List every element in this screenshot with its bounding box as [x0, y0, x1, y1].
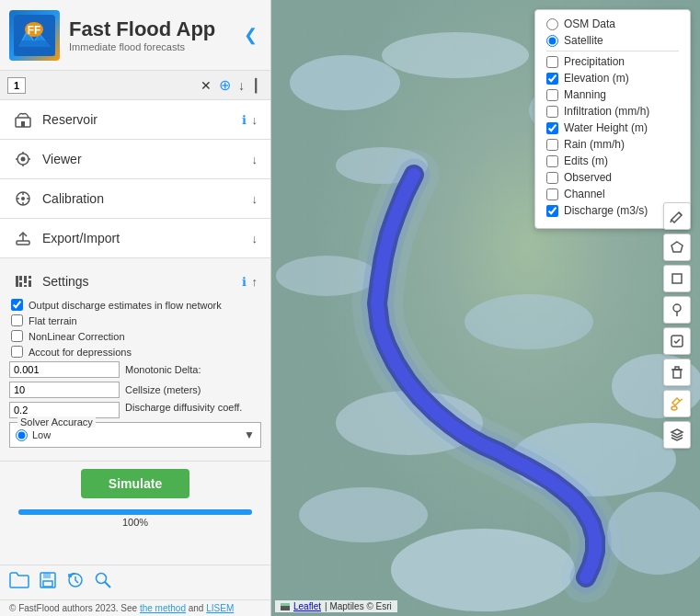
folder-icon[interactable] — [9, 572, 29, 593]
rain-row: Rain (mm/h) — [546, 138, 679, 151]
edits-checkbox[interactable] — [546, 155, 558, 167]
app-logo: FF — [9, 10, 60, 61]
app-title: Fast Flood App — [69, 17, 240, 41]
manning-checkbox[interactable] — [546, 89, 558, 101]
svg-rect-28 — [29, 280, 31, 287]
flat-terrain-checkbox[interactable] — [11, 314, 23, 326]
solver-row: Low ▼ — [16, 428, 255, 441]
svg-point-70 — [465, 294, 593, 349]
nav-item-viewer[interactable]: Viewer ↓ — [0, 140, 270, 179]
footer-bar: © FastFlood authors 2023. See the method… — [0, 599, 270, 616]
monotonic-delta-input[interactable]: 0.001 — [9, 361, 120, 378]
paint-tool-button[interactable] — [663, 390, 691, 417]
channel-row: Channel — [546, 188, 679, 200]
pentagon-tool-button[interactable] — [663, 234, 691, 261]
progress-label: 100% — [18, 517, 252, 528]
app-title-block: Fast Flood App Immediate flood forecasts — [69, 17, 240, 52]
reservoir-label: Reservoir — [42, 112, 242, 127]
scroll-handle-button[interactable]: ┃ — [248, 76, 263, 95]
flat-terrain-label: Flat terrain — [29, 315, 77, 326]
svg-point-33 — [97, 574, 107, 584]
nav-item-calibration[interactable]: Calibration ↓ — [0, 179, 270, 219]
footer-lisem-link[interactable]: LISEM — [206, 603, 234, 613]
infiltration-label: Infiltration (mm/h) — [564, 105, 649, 118]
export-arrow-icon[interactable]: ↓ — [252, 232, 258, 245]
progress-container: 100% — [0, 506, 270, 531]
add-button[interactable]: ⊕ — [215, 74, 235, 96]
trash-tool-button[interactable] — [663, 359, 691, 386]
edit-tool-button[interactable] — [663, 327, 691, 355]
reservoir-info-icon[interactable]: ℹ — [242, 113, 247, 127]
pin-tool-button[interactable] — [663, 296, 691, 324]
footer-method-link[interactable]: the method — [140, 603, 186, 613]
monotonic-delta-row: 0.001 Monotonic Delta: — [9, 361, 261, 378]
svg-rect-86 — [675, 367, 679, 370]
cellsize-input[interactable]: 10 — [9, 382, 120, 398]
svg-rect-3 — [14, 40, 55, 56]
satellite-radio[interactable] — [546, 35, 558, 47]
history-icon[interactable] — [66, 571, 85, 594]
search-icon[interactable] — [94, 571, 112, 594]
scroll-down-button[interactable]: ↓ — [235, 76, 248, 95]
collapse-button[interactable]: ❮ — [240, 21, 261, 49]
viewer-arrow-icon[interactable]: ↓ — [252, 153, 258, 166]
step-number: 1 — [7, 77, 26, 94]
svg-rect-25 — [24, 276, 27, 283]
osm-data-radio[interactable] — [546, 18, 558, 30]
map-area[interactable]: OSM Data Satellite Precipitation Elevati… — [271, 0, 700, 616]
square-tool-button[interactable] — [663, 265, 691, 292]
channel-checkbox[interactable] — [546, 188, 558, 200]
svg-point-76 — [391, 529, 575, 611]
map-layer-panel: OSM Data Satellite Precipitation Elevati… — [534, 9, 691, 229]
svg-rect-84 — [673, 370, 681, 378]
depressions-checkbox[interactable] — [11, 346, 23, 358]
solver-dropdown-arrow[interactable]: ▼ — [244, 428, 255, 441]
elevation-checkbox[interactable] — [546, 73, 558, 85]
nav-item-reservoir[interactable]: Reservoir ℹ ↓ — [0, 100, 270, 140]
precipitation-label: Precipitation — [564, 55, 625, 68]
infiltration-checkbox[interactable] — [546, 106, 558, 118]
svg-point-65 — [382, 32, 529, 78]
output-discharge-checkbox[interactable] — [11, 299, 23, 311]
svg-rect-31 — [43, 581, 52, 587]
rain-checkbox[interactable] — [546, 139, 558, 151]
progress-bar-background — [18, 509, 252, 515]
svg-rect-23 — [19, 276, 22, 280]
reservoir-arrow-icon[interactable]: ↓ — [252, 113, 258, 127]
save-icon[interactable] — [39, 571, 57, 594]
svg-rect-7 — [21, 121, 25, 127]
rain-label: Rain (mm/h) — [564, 138, 625, 151]
cellsize-row: 10 Cellsize (meters) — [9, 382, 261, 398]
checkbox-output-discharge: Output discharge estimates in flow netwo… — [9, 299, 261, 311]
checkbox-nonlinear: NonLinear Correction — [9, 330, 261, 342]
infiltration-row: Infiltration (mm/h) — [546, 105, 679, 118]
svg-line-78 — [671, 220, 671, 222]
close-button[interactable]: ✕ — [197, 76, 215, 95]
depressions-label: Accout for depressions — [29, 347, 132, 358]
leaflet-link[interactable]: Leaflet — [293, 601, 321, 611]
water-height-row: Water Height (m) — [546, 121, 679, 134]
footer-text-mid: and — [186, 603, 206, 613]
layers-tool-button[interactable] — [663, 421, 691, 449]
observed-checkbox[interactable] — [546, 172, 558, 184]
water-height-checkbox[interactable] — [546, 122, 558, 134]
settings-up-icon[interactable]: ↑ — [252, 275, 258, 289]
nonlinear-checkbox[interactable] — [11, 330, 23, 342]
discharge-checkbox[interactable] — [546, 205, 558, 217]
viewer-label: Viewer — [42, 152, 252, 166]
map-attribution-text: | Maptiles © Esri — [325, 601, 392, 611]
calibration-arrow-icon[interactable]: ↓ — [252, 192, 258, 206]
nav-item-export[interactable]: Export/Import ↓ — [0, 219, 270, 258]
svg-rect-22 — [16, 276, 18, 287]
svg-point-74 — [299, 487, 428, 542]
svg-line-87 — [680, 399, 683, 401]
calibration-icon — [13, 188, 33, 209]
edits-label: Edits (m) — [564, 154, 608, 167]
precipitation-checkbox[interactable] — [546, 56, 558, 68]
checkbox-depressions: Accout for depressions — [9, 346, 261, 358]
solver-low-radio[interactable] — [16, 429, 28, 441]
elevation-label: Elevation (m) — [564, 72, 629, 85]
pencil-tool-button[interactable] — [663, 202, 691, 230]
settings-info-icon[interactable]: ℹ — [242, 275, 247, 289]
simulate-button[interactable]: Simulate — [81, 469, 189, 498]
